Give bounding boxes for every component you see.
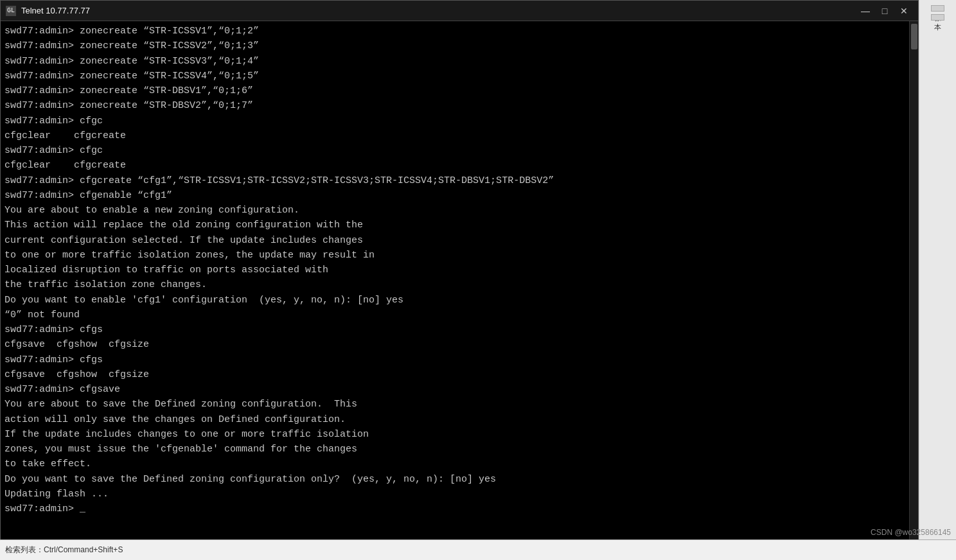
maximize-button[interactable]: □ <box>876 4 894 18</box>
taskbar-hint: 检索列表：Ctrl/Command+Shift+S <box>5 545 123 556</box>
scrollbar[interactable] <box>909 21 918 545</box>
minimize-button[interactable]: — <box>856 4 874 18</box>
scrollbar-thumb[interactable] <box>911 24 917 49</box>
taskbar-area: 检索列表：Ctrl/Command+Shift+S <box>0 539 956 560</box>
terminal-output: swd77:admin> zonecreate “STR-ICSSV1”,“0;… <box>4 24 914 516</box>
window-icon: GL <box>6 6 16 16</box>
window-controls: — □ ✕ <box>856 4 913 18</box>
panel-item-2[interactable]: 本 <box>931 14 944 21</box>
csdn-watermark: CSDN @wo325866145 <box>871 528 951 537</box>
terminal-body[interactable]: swd77:admin> zonecreate “STR-ICSSV1”,“0;… <box>1 21 918 545</box>
panel-item-1[interactable]: 张 <box>931 5 944 12</box>
title-bar: GL Telnet 10.77.77.77 — □ ✕ <box>1 1 918 21</box>
close-button[interactable]: ✕ <box>895 4 913 18</box>
telnet-window: GL Telnet 10.77.77.77 — □ ✕ swd77:admin>… <box>0 0 919 546</box>
window-icon-text: GL <box>7 7 15 14</box>
right-side-panel: 张 本 <box>919 0 956 560</box>
window-title: Telnet 10.77.77.77 <box>21 6 90 15</box>
title-bar-left: GL Telnet 10.77.77.77 <box>6 6 90 16</box>
